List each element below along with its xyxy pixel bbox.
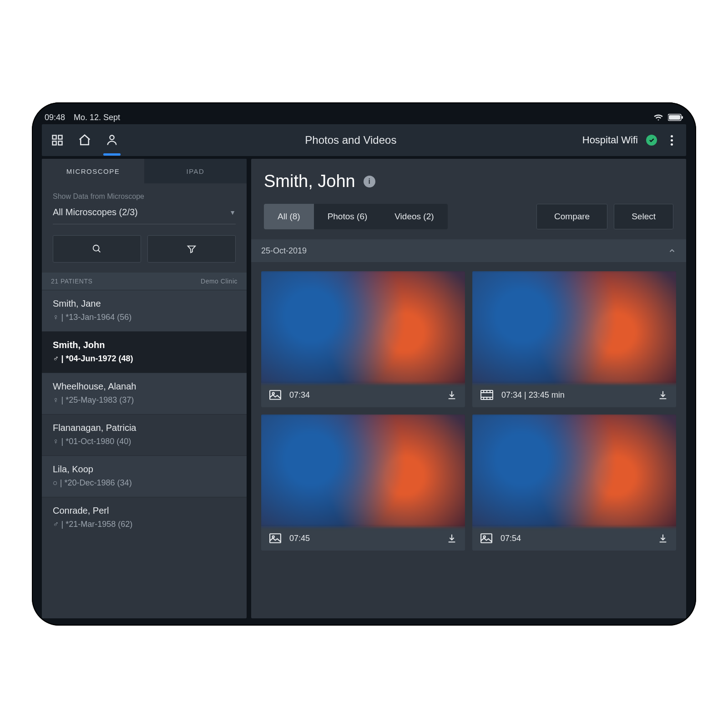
info-icon[interactable]: i bbox=[364, 176, 375, 187]
select-button[interactable]: Select bbox=[614, 204, 673, 229]
patient-title: Smith, John bbox=[264, 172, 355, 191]
patient-name: Flananagan, Patricia bbox=[53, 423, 236, 433]
svg-rect-5 bbox=[53, 141, 56, 145]
status-date: Mo. 12. Sept bbox=[74, 113, 120, 122]
patient-name: Smith, Jane bbox=[53, 298, 236, 309]
patient-row[interactable]: Conrade, Perl ♂ | *21-Mar-1958 (62) bbox=[42, 497, 247, 538]
patient-list-header: 21 PATIENTS Demo Clinic bbox=[42, 273, 247, 290]
patient-meta: ♀ | *13-Jan-1964 (56) bbox=[53, 313, 236, 322]
svg-rect-1 bbox=[669, 115, 680, 120]
patient-list: Smith, Jane ♀ | *13-Jan-1964 (56) Smith,… bbox=[42, 290, 247, 618]
filter-videos-button[interactable]: Videos (2) bbox=[381, 204, 447, 229]
wifi-icon bbox=[653, 114, 663, 121]
media-time: 07:34 bbox=[289, 390, 310, 400]
media-card[interactable]: 07:45 bbox=[261, 415, 465, 551]
media-time: 07:54 bbox=[500, 534, 521, 543]
svg-point-24 bbox=[273, 536, 274, 538]
photo-icon bbox=[269, 533, 281, 543]
patient-row[interactable]: Smith, John ♂ | *04-Jun-1972 (48) bbox=[42, 331, 247, 373]
patient-row[interactable]: Wheelhouse, Alanah ♀ | *25-May-1983 (37) bbox=[42, 373, 247, 414]
device-frame: 09:48 Mo. 12. Sept bbox=[32, 102, 696, 626]
media-grid: 07:34 07:34 | 2 bbox=[251, 262, 686, 560]
svg-rect-6 bbox=[58, 141, 62, 145]
media-filter-segment: All (8) Photos (6) Videos (2) bbox=[264, 204, 448, 229]
check-badge-icon bbox=[646, 135, 657, 146]
patient-row[interactable]: Lila, Koop ○ | *20-Dec-1986 (34) bbox=[42, 455, 247, 497]
download-icon[interactable] bbox=[447, 533, 457, 543]
media-time: 07:45 bbox=[289, 534, 310, 543]
patient-meta: ○ | *20-Dec-1986 (34) bbox=[53, 478, 236, 488]
nav-person-icon[interactable] bbox=[105, 133, 119, 147]
patient-row[interactable]: Smith, Jane ♀ | *13-Jan-1964 (56) bbox=[42, 290, 247, 331]
svg-line-9 bbox=[98, 250, 101, 253]
top-nav: Photos and Videos Hospital Wifi bbox=[42, 124, 686, 156]
nav-grid-icon[interactable] bbox=[50, 133, 65, 147]
media-thumbnail bbox=[472, 271, 676, 384]
media-thumbnail bbox=[472, 415, 676, 527]
chevron-up-icon bbox=[668, 247, 676, 255]
patient-name: Conrade, Perl bbox=[53, 506, 236, 516]
microscope-select-value: All Microscopes (2/3) bbox=[53, 207, 138, 217]
tab-ipad[interactable]: IPAD bbox=[144, 159, 247, 183]
media-card[interactable]: 07:34 | 23:45 min bbox=[472, 271, 676, 407]
filter-all-button[interactable]: All (8) bbox=[264, 204, 314, 229]
svg-rect-26 bbox=[481, 534, 492, 543]
compare-button[interactable]: Compare bbox=[536, 204, 607, 229]
battery-icon bbox=[668, 114, 683, 121]
date-label: 25-Oct-2019 bbox=[261, 246, 307, 256]
photo-icon bbox=[269, 390, 281, 400]
patient-name: Smith, John bbox=[53, 340, 236, 350]
patient-name: Lila, Koop bbox=[53, 464, 236, 475]
patient-name: Wheelhouse, Alanah bbox=[53, 381, 236, 392]
svg-rect-4 bbox=[58, 136, 62, 139]
svg-rect-10 bbox=[270, 390, 281, 399]
patient-meta: ♂ | *04-Jun-1972 (48) bbox=[53, 354, 236, 364]
media-thumbnail bbox=[261, 271, 465, 384]
patient-count: 21 PATIENTS bbox=[51, 278, 92, 285]
date-section-header[interactable]: 25-Oct-2019 bbox=[251, 239, 686, 262]
media-card[interactable]: 07:54 bbox=[472, 415, 676, 551]
svg-point-8 bbox=[93, 245, 99, 251]
svg-point-27 bbox=[484, 536, 485, 538]
status-bar: 09:48 Mo. 12. Sept bbox=[42, 111, 686, 124]
patient-meta: ♀ | *01-Oct-1980 (40) bbox=[53, 437, 236, 446]
media-card[interactable]: 07:34 bbox=[261, 271, 465, 407]
svg-rect-23 bbox=[270, 534, 281, 543]
media-time: 07:34 | 23:45 min bbox=[501, 390, 565, 400]
filter-button[interactable] bbox=[147, 235, 236, 263]
photo-icon bbox=[480, 533, 492, 543]
patient-meta: ♂ | *21-Mar-1958 (62) bbox=[53, 520, 236, 529]
svg-rect-2 bbox=[682, 116, 683, 119]
tab-microscope[interactable]: MICROSCOPE bbox=[42, 159, 144, 183]
page-title: Photos and Videos bbox=[119, 134, 582, 147]
main-panel: Smith, John i All (8) Photos (6) Videos … bbox=[251, 159, 686, 618]
patient-meta: ♀ | *25-May-1983 (37) bbox=[53, 395, 236, 405]
download-icon[interactable] bbox=[658, 390, 668, 400]
media-thumbnail bbox=[261, 415, 465, 527]
sidebar-sublabel: Show Data from Microscope bbox=[53, 192, 236, 201]
svg-rect-3 bbox=[53, 136, 56, 139]
search-button[interactable] bbox=[53, 235, 141, 263]
svg-point-7 bbox=[110, 136, 114, 140]
filter-photos-button[interactable]: Photos (6) bbox=[314, 204, 381, 229]
download-icon[interactable] bbox=[447, 390, 457, 400]
overflow-menu-icon[interactable] bbox=[665, 134, 678, 147]
patient-row[interactable]: Flananagan, Patricia ♀ | *01-Oct-1980 (4… bbox=[42, 414, 247, 455]
wifi-name: Hospital Wifi bbox=[582, 134, 638, 146]
status-time: 09:48 bbox=[45, 113, 65, 122]
download-icon[interactable] bbox=[658, 533, 668, 543]
svg-point-11 bbox=[273, 393, 274, 394]
sidebar: MICROSCOPE IPAD Show Data from Microscop… bbox=[42, 159, 247, 618]
chevron-down-icon: ▼ bbox=[229, 209, 236, 216]
microscope-select[interactable]: All Microscopes (2/3) ▼ bbox=[53, 207, 236, 224]
video-icon bbox=[480, 390, 493, 400]
clinic-name: Demo Clinic bbox=[201, 278, 238, 285]
nav-home-icon[interactable] bbox=[77, 133, 92, 147]
